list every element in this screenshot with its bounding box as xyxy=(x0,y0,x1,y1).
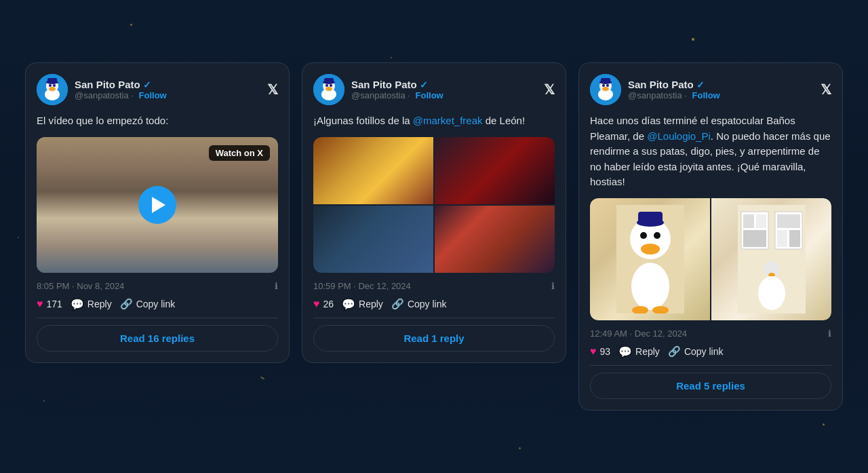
avatar-3 xyxy=(590,74,621,105)
svg-point-6 xyxy=(49,84,52,87)
like-count-1: 171 xyxy=(47,299,62,309)
like-button-2[interactable]: ♥ 26 xyxy=(313,298,334,310)
card-header-2: San Pito Pato ✓ @sanpatostia · Follow 𝕏 xyxy=(313,74,555,105)
follow-link-2[interactable]: Follow xyxy=(416,90,443,100)
reply-icon-3: 💬 xyxy=(618,345,632,358)
heart-icon-1: ♥ xyxy=(37,298,43,310)
x-logo-2[interactable]: 𝕏 xyxy=(544,81,555,98)
video-thumb-1[interactable]: Watch on X xyxy=(37,137,278,273)
user-name-3: San Pito Pato xyxy=(628,79,694,90)
info-icon-1[interactable]: ℹ xyxy=(275,281,278,291)
svg-point-8 xyxy=(49,87,56,91)
user-info-1: San Pito Pato ✓ @sanpatostia · Follow xyxy=(37,74,167,105)
x-logo-1[interactable]: 𝕏 xyxy=(267,81,278,98)
svg-rect-41 xyxy=(743,230,766,247)
svg-point-28 xyxy=(641,244,660,254)
svg-point-16 xyxy=(326,87,332,91)
actions-row-3: ♥ 93 💬 Reply 🔗 Copy link xyxy=(590,345,831,366)
user-info-3: San Pito Pato ✓ @sanpatostia · Follow xyxy=(590,74,720,105)
copy-link-label-1: Copy link xyxy=(136,299,176,309)
reply-button-1[interactable]: 💬 Reply xyxy=(71,298,112,311)
like-count-3: 93 xyxy=(600,346,611,357)
timestamp-3: 12:49 AM · Dec 12, 2024 xyxy=(590,328,687,339)
user-handle-2: @sanpatostia · Follow xyxy=(351,90,443,100)
mention-2[interactable]: @market_freak xyxy=(413,115,483,126)
avatar-1 xyxy=(37,74,68,105)
verified-icon-3: ✓ xyxy=(696,79,705,90)
svg-rect-40 xyxy=(756,214,766,228)
reply-button-3[interactable]: 💬 Reply xyxy=(618,345,660,358)
copy-link-label-2: Copy link xyxy=(408,299,447,309)
photo-cell-2-3 xyxy=(313,206,433,273)
link-icon-2: 🔗 xyxy=(391,298,404,310)
user-name-1: San Pito Pato xyxy=(75,79,140,90)
copy-link-button-1[interactable]: 🔗 Copy link xyxy=(120,298,176,310)
svg-point-29 xyxy=(640,232,647,239)
user-details-1: San Pito Pato ✓ @sanpatostia · Follow xyxy=(75,79,167,100)
avatar-2 xyxy=(313,74,344,105)
timestamp-1: 8:05 PM · Nov 8, 2024 xyxy=(37,281,124,291)
user-details-2: San Pito Pato ✓ @sanpatostia · Follow xyxy=(351,79,443,100)
svg-point-33 xyxy=(631,263,669,310)
watch-on-x-badge: Watch on X xyxy=(209,145,270,161)
svg-point-7 xyxy=(53,84,56,87)
photo-cell-2-1 xyxy=(313,137,433,204)
media-container-2 xyxy=(313,137,555,273)
play-button-1[interactable] xyxy=(138,186,176,224)
user-name-row-3: San Pito Pato ✓ xyxy=(628,79,720,90)
svg-point-23 xyxy=(606,84,609,87)
reply-label-2: Reply xyxy=(359,299,383,309)
timestamp-row-2: 10:59 PM · Dec 12, 2024 ℹ xyxy=(313,281,555,291)
reply-label-1: Reply xyxy=(87,299,112,309)
tweet-card-2: San Pito Pato ✓ @sanpatostia · Follow 𝕏 … xyxy=(302,62,566,363)
svg-rect-21 xyxy=(601,78,610,83)
svg-rect-44 xyxy=(789,230,800,247)
svg-point-15 xyxy=(330,84,332,87)
timestamp-row-1: 8:05 PM · Nov 8, 2024 ℹ xyxy=(37,281,278,291)
x-logo-3[interactable]: 𝕏 xyxy=(821,81,831,98)
follow-link-1[interactable]: Follow xyxy=(139,90,167,100)
photo-grid-2 xyxy=(313,137,555,273)
read-replies-button-3[interactable]: Read 5 replies xyxy=(590,373,831,399)
svg-point-30 xyxy=(654,232,660,239)
heart-icon-2: ♥ xyxy=(313,298,320,310)
svg-point-48 xyxy=(758,276,785,310)
reply-button-2[interactable]: 💬 Reply xyxy=(342,298,383,311)
tweet-text-3: Hace unos días terminé el espatocular Ba… xyxy=(590,113,831,190)
user-details-3: San Pito Pato ✓ @sanpatostia · Follow xyxy=(628,79,720,100)
heart-icon-3: ♥ xyxy=(590,345,597,358)
svg-rect-39 xyxy=(743,214,754,228)
media-container-1: Watch on X xyxy=(37,137,278,273)
user-info-2: San Pito Pato ✓ @sanpatostia · Follow xyxy=(313,74,443,105)
actions-row-2: ♥ 26 💬 Reply 🔗 Copy link xyxy=(313,298,555,318)
like-button-3[interactable]: ♥ 93 xyxy=(590,345,610,358)
actions-row-1: ♥ 171 💬 Reply 🔗 Copy link xyxy=(37,298,278,318)
reply-icon-1: 💬 xyxy=(71,298,84,311)
timestamp-2: 10:59 PM · Dec 12, 2024 xyxy=(313,281,411,291)
photo-3-right xyxy=(711,198,831,320)
tweet-text-2: ¡Algunas fotillos de la @market_freak de… xyxy=(313,113,555,129)
photo-cell-2-2 xyxy=(435,137,555,204)
user-name-row-1: San Pito Pato ✓ xyxy=(75,79,167,90)
photo-3-left xyxy=(590,198,710,320)
copy-link-button-3[interactable]: 🔗 Copy link xyxy=(668,345,724,358)
info-icon-3[interactable]: ℹ xyxy=(828,328,831,339)
mention-3[interactable]: @Loulogio_Pi xyxy=(647,130,711,142)
info-icon-2[interactable]: ℹ xyxy=(551,281,555,291)
read-replies-button-2[interactable]: Read 1 reply xyxy=(313,325,555,352)
svg-point-14 xyxy=(326,84,328,87)
svg-rect-5 xyxy=(47,78,57,83)
follow-link-3[interactable]: Follow xyxy=(692,90,720,100)
link-icon-3: 🔗 xyxy=(668,345,681,358)
verified-icon-2: ✓ xyxy=(420,79,428,90)
read-replies-button-1[interactable]: Read 16 replies xyxy=(37,325,278,352)
timestamp-row-3: 12:49 AM · Dec 12, 2024 ℹ xyxy=(590,328,831,339)
photos-right-3 xyxy=(590,198,831,320)
photo-cell-2-4 xyxy=(435,206,555,273)
verified-icon-1: ✓ xyxy=(143,79,151,90)
svg-rect-13 xyxy=(324,78,334,83)
like-button-1[interactable]: ♥ 171 xyxy=(37,298,62,310)
reply-label-3: Reply xyxy=(635,346,660,357)
copy-link-button-2[interactable]: 🔗 Copy link xyxy=(391,298,447,310)
user-name-2: San Pito Pato xyxy=(351,79,417,90)
